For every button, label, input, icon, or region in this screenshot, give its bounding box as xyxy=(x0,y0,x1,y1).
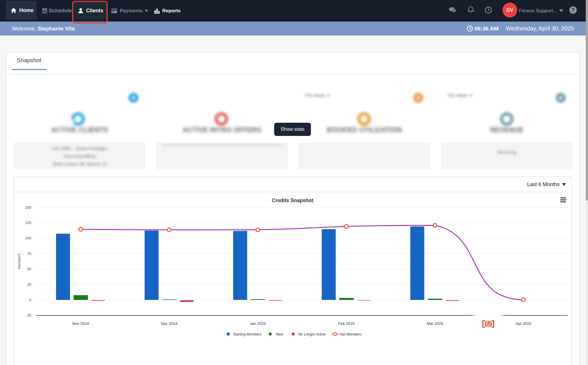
svg-text:Dec 2024: Dec 2024 xyxy=(161,321,177,326)
svg-text:Mar 2025: Mar 2025 xyxy=(427,321,443,326)
svg-text:Apr 2025: Apr 2025 xyxy=(516,321,531,326)
svg-text:0: 0 xyxy=(29,298,31,302)
svg-text:No Longer Active: No Longer Active xyxy=(298,332,326,336)
svg-text:Jan 2025: Jan 2025 xyxy=(250,321,266,326)
svg-text:50: 50 xyxy=(27,267,31,271)
svg-text:Members: Members xyxy=(17,253,21,269)
svg-text:New: New xyxy=(276,332,283,336)
svg-text:25: 25 xyxy=(27,282,31,287)
svg-text:Feb 2025: Feb 2025 xyxy=(338,321,355,326)
svg-text:100: 100 xyxy=(25,236,31,240)
svg-text:Starting Members: Starting Members xyxy=(233,332,262,336)
svg-text:Nov 2024: Nov 2024 xyxy=(72,321,89,326)
svg-text:Credits Snapshot: Credits Snapshot xyxy=(272,198,314,203)
svg-text:125: 125 xyxy=(25,220,31,225)
svg-text:Net Members: Net Members xyxy=(340,332,361,336)
svg-text:75: 75 xyxy=(27,251,31,256)
svg-text:150: 150 xyxy=(25,205,31,210)
svg-text:-25: -25 xyxy=(26,313,31,317)
